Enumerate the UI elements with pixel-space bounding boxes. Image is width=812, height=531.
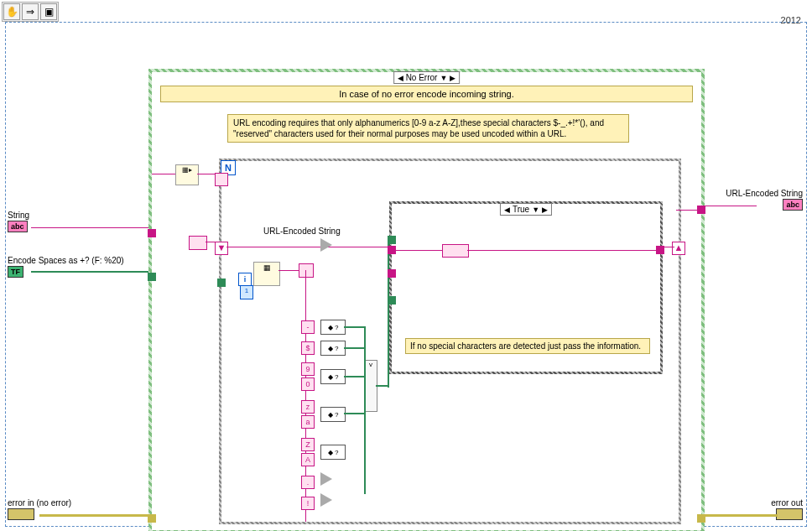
case-prev-icon[interactable]: ◀	[398, 74, 403, 82]
gwire-0	[344, 326, 364, 328]
char-const-0[interactable]: -	[301, 320, 315, 334]
for-bool-tunnel	[217, 279, 226, 287]
url-encoded-label: URL-Encoded String	[726, 189, 803, 198]
string-terminal-label: String	[8, 211, 29, 220]
char-const-8[interactable]: .	[301, 476, 315, 489]
vi-boundary: String abc Encode Spaces as +? (F: %20) …	[5, 22, 807, 527]
string-type-icon: abc	[8, 221, 28, 232]
case-inner-prev-icon[interactable]: ◀	[504, 206, 510, 214]
char-const-6[interactable]: Z	[301, 438, 315, 451]
case-inner-dropdown-icon[interactable]: ▼	[532, 206, 539, 214]
string-to-byte-array-node[interactable]: ▦▸	[175, 164, 199, 185]
url-encoded-type-icon: abc	[783, 199, 803, 211]
char-extract-node[interactable]	[299, 263, 314, 278]
inner-tunnel-char-in	[388, 269, 396, 278]
error-in-terminal: error in (no error)	[8, 498, 71, 522]
char-const-3[interactable]: 0	[301, 377, 315, 391]
error-out-terminal: error out	[771, 498, 803, 522]
inner-concat-node[interactable]	[442, 244, 469, 258]
case-selector-outer[interactable]: ◀ No Error ▼ ▶	[393, 71, 461, 84]
hand-tool-icon[interactable]: ✋	[3, 3, 20, 20]
char-const-1[interactable]: $	[301, 341, 315, 355]
boolean-type-icon: TF	[8, 266, 23, 278]
shift-register-left: ▼	[215, 242, 228, 255]
wire-sr-to-case	[226, 247, 389, 247]
case-banner-text: In case of no error encode incoming stri…	[160, 86, 693, 102]
for-loop-i: i	[238, 273, 252, 286]
case-inner-selector-value: True	[513, 205, 529, 214]
string-wire	[31, 227, 148, 228]
case-structure-inner[interactable]: ◀ True ▼ ▶ If no special characters are …	[389, 201, 663, 374]
range-check-0[interactable]	[320, 320, 346, 335]
error-in-label: error in (no error)	[8, 498, 71, 508]
string-terminal: String abc	[8, 211, 29, 232]
char-const-7[interactable]: A	[301, 453, 315, 466]
gwire-1	[344, 347, 364, 349]
case-selector-value: No Error	[406, 73, 438, 82]
gwire-spine	[364, 326, 366, 494]
range-check-4[interactable]	[320, 445, 346, 460]
inner-tunnel-bool-in	[388, 296, 396, 305]
case-structure-no-error[interactable]: ◀ No Error ▼ ▶ In case of no error encod…	[148, 69, 705, 531]
autoindex-tunnel	[215, 173, 228, 186]
tunnel-error-in	[148, 514, 156, 523]
case-next-icon[interactable]: ▶	[450, 74, 455, 82]
char-const-9[interactable]: !	[301, 497, 315, 510]
empty-string-constant[interactable]	[189, 236, 207, 250]
tunnel-error-out	[697, 514, 705, 523]
gwire-3	[344, 413, 364, 414]
case-inner-next-icon[interactable]: ▶	[542, 206, 548, 214]
encode-spaces-label: Encode Spaces as +? (F: %20)	[8, 256, 124, 265]
inner-case-description: If no special characters are detected ju…	[405, 338, 650, 354]
error-out-label: error out	[771, 498, 803, 508]
toolbar: ✋ ⇒ ▣	[2, 2, 59, 22]
char-const-4[interactable]: z	[301, 400, 315, 414]
constant-one[interactable]: 1	[240, 285, 253, 299]
shift-register-right: ▲	[672, 242, 685, 255]
arrow-tool-icon[interactable]: ⇒	[22, 3, 39, 20]
inner-tunnel-sel	[388, 236, 396, 244]
encode-spaces-terminal: Encode Spaces as +? (F: %20) TF	[8, 256, 124, 278]
range-check-3[interactable]	[320, 407, 346, 422]
case-selector-inner[interactable]: ◀ True ▼ ▶	[500, 203, 552, 216]
char-const-2[interactable]: 9	[301, 362, 315, 376]
tunnel-bool-in	[148, 273, 156, 281]
string-subset-node[interactable]: ▦	[253, 262, 280, 286]
for-loop[interactable]: N i ▼ ▲ URL-Encoded String ▦ 1 -	[219, 159, 681, 524]
case-description: URL encoding requires that only alphanum…	[227, 114, 629, 143]
wire-loop-to-out	[676, 210, 700, 211]
tunnel-string-in	[148, 229, 156, 237]
range-check-2[interactable]	[320, 369, 346, 384]
char-const-5[interactable]: a	[301, 415, 315, 429]
case-dropdown-icon[interactable]: ▼	[440, 74, 447, 82]
equal-node-1[interactable]	[320, 493, 332, 507]
equal-node-0[interactable]	[320, 472, 332, 486]
error-cluster-in-icon	[8, 508, 34, 520]
range-check-1[interactable]	[320, 341, 346, 356]
out-string-wire	[698, 206, 757, 206]
concat-strings-node[interactable]	[320, 238, 332, 252]
url-encoded-wire-label: URL-Encoded String	[263, 226, 341, 236]
inner-wire-out	[467, 250, 656, 251]
bool-wire	[31, 271, 148, 273]
wire-into-s2ba	[152, 174, 175, 174]
inner-tunnel-str-out	[656, 246, 664, 254]
inner-wire-in	[392, 250, 442, 251]
error-cluster-out-icon	[776, 508, 803, 520]
wire-subset-out	[278, 270, 299, 271]
highlight-tool-icon[interactable]: ▣	[40, 3, 57, 20]
gwire-2	[344, 376, 364, 377]
url-encoded-terminal: URL-Encoded String abc	[726, 189, 803, 211]
